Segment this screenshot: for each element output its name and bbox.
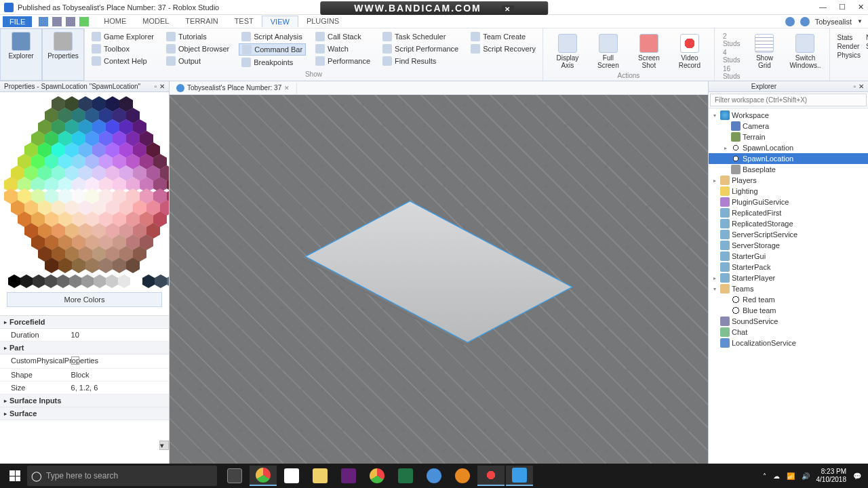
val-cpp-checkbox[interactable]: [71, 357, 79, 365]
ribbon-script-recovery[interactable]: Script Recovery: [468, 43, 538, 54]
tree-terrain[interactable]: Terrain: [709, 131, 868, 142]
qat-play-icon[interactable]: [79, 17, 89, 26]
file-explorer-button[interactable]: [307, 466, 334, 486]
render-btn[interactable]: Render: [837, 43, 860, 50]
undock-icon[interactable]: ▫: [154, 83, 157, 90]
physics-btn[interactable]: Physics: [837, 52, 860, 59]
gray-cell[interactable]: [130, 274, 142, 288]
tab-terrain[interactable]: TERRAIN: [177, 16, 226, 27]
viewport-3d[interactable]: [170, 95, 708, 464]
tab-plugins[interactable]: PLUGINS: [298, 16, 347, 27]
tree-serverscriptservice[interactable]: ServerScriptService: [709, 229, 868, 240]
val-shape[interactable]: Block: [71, 371, 169, 379]
gray-cell[interactable]: [57, 274, 69, 288]
file-menu[interactable]: FILE: [3, 16, 32, 27]
doc-tab-place[interactable]: Tobysealist's Place Number: 37 ✕: [170, 83, 297, 94]
stats-btn[interactable]: Stats: [837, 34, 860, 41]
tree-replicatedstorage[interactable]: ReplicatedStorage: [709, 218, 868, 229]
ribbon-object-browser[interactable]: Object Browser: [163, 43, 232, 54]
tree-localizationservice[interactable]: LocalizationService: [709, 338, 868, 348]
ribbon-task-scheduler[interactable]: Task Scheduler: [380, 31, 461, 42]
expand-arrow[interactable]: ▸: [711, 178, 718, 184]
tree-starterpack[interactable]: StarterPack: [709, 262, 868, 272]
show-grid-button[interactable]: Show Grid: [744, 31, 785, 81]
close-panel-icon[interactable]: ✕: [859, 83, 864, 90]
tree-pluginguiservice[interactable]: PluginGuiService: [709, 197, 868, 207]
ribbon-watch[interactable]: Watch: [313, 43, 373, 54]
gray-cell[interactable]: [69, 274, 81, 288]
close-panel-icon[interactable]: ✕: [159, 83, 165, 90]
more-colors-button[interactable]: More Colors: [7, 292, 162, 307]
spawn-location-part[interactable]: [323, 197, 554, 346]
studs-list[interactable]: 2 Studs 4 Studs 16 Studs: [719, 31, 745, 81]
tab-close-icon[interactable]: ✕: [284, 85, 290, 92]
tray-up-icon[interactable]: ˄: [763, 472, 766, 480]
ribbon-call-stack[interactable]: Call Stack: [313, 31, 373, 42]
edge-button[interactable]: [420, 466, 448, 486]
taskbar-search[interactable]: ◯ Type here to search: [27, 466, 217, 486]
scrollbar-thumb[interactable]: ▾: [159, 441, 169, 450]
filter-input[interactable]: [710, 94, 867, 106]
wifi-icon[interactable]: 📶: [787, 472, 795, 480]
properties-button[interactable]: Properties: [42, 28, 84, 81]
username[interactable]: Tobysealist: [815, 18, 852, 26]
tree-red-team[interactable]: Red team: [709, 294, 868, 305]
store-button[interactable]: [278, 466, 305, 486]
expand-arrow[interactable]: ▾: [711, 113, 718, 119]
cat-surface-inputs[interactable]: Surface Inputs: [0, 394, 169, 407]
close-button[interactable]: ✕: [858, 3, 864, 12]
val-size[interactable]: 6, 1.2, 6: [71, 384, 169, 392]
gray-cell[interactable]: [155, 274, 167, 288]
cat-forcefield[interactable]: Forcefield: [0, 316, 169, 329]
gray-cell[interactable]: [106, 274, 118, 288]
explorer-button[interactable]: Explorer: [0, 28, 42, 81]
ribbon-command-bar[interactable]: Command Bar: [239, 43, 306, 56]
screenshot-button[interactable]: Screen Shot: [629, 31, 669, 72]
tree-workspace[interactable]: ▾Workspace: [709, 110, 868, 121]
tab-home[interactable]: HOME: [96, 16, 134, 27]
maximize-button[interactable]: ☐: [839, 3, 846, 12]
ribbon-script-analysis[interactable]: Script Analysis: [239, 31, 306, 42]
val-duration[interactable]: 10: [71, 331, 169, 339]
expand-arrow[interactable]: ▸: [722, 145, 729, 151]
bandicam-button[interactable]: [477, 466, 505, 486]
tree-replicatedfirst[interactable]: ReplicatedFirst: [709, 207, 868, 218]
tree-camera[interactable]: Camera: [709, 121, 868, 131]
tree-startergui[interactable]: StarterGui: [709, 251, 868, 262]
tree-spawnlocation[interactable]: SpawnLocation: [709, 153, 868, 164]
cat-part[interactable]: Part: [0, 342, 169, 354]
ribbon-toolbox[interactable]: Toolbox: [89, 43, 157, 54]
tree-teams[interactable]: ▾Teams: [709, 283, 868, 294]
ribbon-game-explorer[interactable]: Game Explorer: [89, 31, 157, 42]
tab-model[interactable]: MODEL: [134, 16, 177, 27]
expand-arrow[interactable]: ▾: [711, 286, 718, 292]
ribbon-context-help[interactable]: Context Help: [89, 56, 157, 66]
qat-undo-icon[interactable]: [52, 17, 62, 26]
record-button[interactable]: Video Record: [669, 31, 710, 72]
tree-serverstorage[interactable]: ServerStorage: [709, 240, 868, 251]
gray-cell[interactable]: [8, 274, 20, 288]
display-axis-button[interactable]: Display Axis: [547, 31, 588, 72]
ribbon-find-results[interactable]: Find Results: [380, 56, 461, 66]
chrome2-button[interactable]: [363, 466, 391, 486]
start-button[interactable]: [3, 466, 27, 485]
visual-studio-button[interactable]: [335, 466, 362, 486]
tab-view[interactable]: VIEW: [262, 16, 298, 27]
gray-cell[interactable]: [33, 274, 45, 288]
qat-redo-icon[interactable]: [66, 17, 75, 26]
qat-save-icon[interactable]: [39, 17, 48, 26]
properties-header[interactable]: Properties - SpawnLocation "SpawnLocatio…: [0, 81, 169, 92]
notifications-icon[interactable]: 💬: [853, 472, 861, 480]
volume-icon[interactable]: 🔊: [802, 472, 810, 480]
firefox-button[interactable]: [449, 466, 476, 486]
gray-cell[interactable]: [167, 274, 169, 288]
tree-spawnlocation[interactable]: ▸SpawnLocation: [709, 142, 868, 153]
hex-color-grid[interactable]: [4, 96, 169, 288]
ribbon-script-performance[interactable]: Script Performance: [380, 43, 461, 54]
notification-icon[interactable]: [785, 17, 795, 26]
ribbon-breakpoints[interactable]: Breakpoints: [239, 57, 306, 68]
tree-lighting[interactable]: Lighting: [709, 186, 868, 197]
user-dropdown-icon[interactable]: ▼: [857, 18, 863, 24]
ribbon-performance[interactable]: Performance: [313, 56, 373, 66]
watermark-close[interactable]: ✕: [502, 5, 514, 13]
